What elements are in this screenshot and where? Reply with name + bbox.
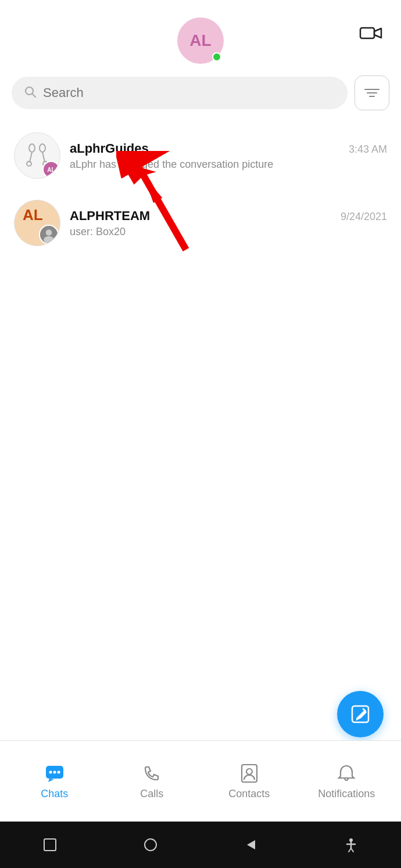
svg-point-8 [27,161,31,166]
chat-avatar-2-al-text: AL [23,206,43,224]
svg-marker-26 [247,840,255,849]
chat-time-2: 9/24/2021 [341,211,387,223]
svg-point-21 [57,771,60,774]
android-back-button[interactable] [238,832,263,858]
svg-rect-0 [360,28,374,38]
chat-avatar-2: AL [14,200,60,246]
filter-button[interactable] [355,75,389,110]
android-navbar [0,822,401,868]
video-call-button[interactable] [358,22,384,50]
nav-calls[interactable]: Calls [103,762,201,800]
svg-line-7 [30,152,32,162]
chat-time-1: 3:43 AM [349,143,387,156]
chat-info-2: ALPHRTEAM 9/24/2021 user: Box20 [70,208,387,238]
svg-point-9 [40,144,45,152]
nav-notifications[interactable]: Notifications [298,762,396,800]
svg-line-31 [351,848,353,852]
nav-contacts-label: Contacts [228,788,270,800]
chat-item-alphrteam[interactable]: AL ALPHRTEAM 9/24/2021 user: Box20 [0,189,401,257]
svg-point-13 [46,229,52,236]
nav-contacts[interactable]: Contacts [201,762,298,800]
chat-preview-2: user: Box20 [70,226,320,238]
search-input[interactable] [43,85,336,100]
user-avatar[interactable]: AL [177,17,224,64]
nav-chats-label: Chats [41,788,68,800]
header: AL [0,0,401,70]
android-recents-button[interactable] [37,832,63,858]
svg-line-2 [33,94,36,98]
chat-avatar-badge-1: AL [42,161,60,178]
search-icon [23,85,37,101]
svg-point-23 [246,769,252,775]
svg-point-19 [49,771,52,774]
svg-line-10 [42,152,45,162]
search-bar-row [0,70,401,116]
search-input-wrap[interactable] [12,77,348,109]
android-home-button[interactable] [138,832,163,858]
bottom-nav: Chats Calls Contacts Notifications [0,740,401,822]
nav-calls-label: Calls [140,788,163,800]
svg-point-20 [53,771,56,774]
chat-list: AL aLphrGuides 3:43 AM aLphr has changed… [0,116,401,262]
compose-button[interactable] [337,691,384,737]
chat-avatar-2-sub [39,225,59,244]
chat-item-alphrguides[interactable]: AL aLphrGuides 3:43 AM aLphr has changed… [0,122,401,189]
nav-notifications-label: Notifications [318,788,375,800]
chat-preview-1: aLphr has changed the conversation pictu… [70,159,320,171]
svg-point-14 [44,236,54,243]
svg-point-25 [145,839,156,851]
chat-info-1: aLphrGuides 3:43 AM aLphr has changed th… [70,141,387,171]
nav-chats[interactable]: Chats [6,762,103,800]
svg-rect-24 [44,839,56,851]
chat-name-1: aLphrGuides [70,141,149,156]
chat-name-2: ALPHRTEAM [70,208,150,224]
android-accessibility-button[interactable] [338,832,364,858]
svg-point-6 [29,144,35,152]
online-status-dot [212,52,221,62]
chat-avatar-1: AL [14,132,60,179]
